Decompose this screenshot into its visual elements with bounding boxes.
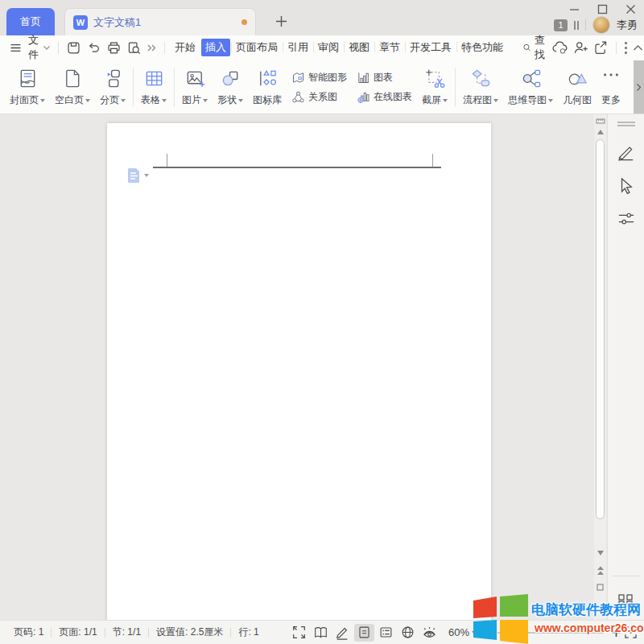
share-icon (593, 40, 609, 55)
mini-apps-button[interactable] (618, 594, 633, 607)
more-tools-label: 更多 (601, 93, 621, 107)
save-button[interactable] (64, 38, 84, 58)
icon-library-button[interactable]: 图标库 (248, 63, 287, 112)
message-count-badge[interactable]: 1 (554, 19, 568, 31)
share-button[interactable] (591, 38, 611, 57)
outline-view-button[interactable] (376, 624, 396, 642)
chart-button[interactable]: 图表 (357, 71, 412, 85)
online-chart-label: 在线图表 (374, 90, 412, 104)
flowchart-button[interactable]: 流程图 (458, 63, 503, 112)
screenshot-button[interactable]: 截屏 (417, 63, 452, 112)
close-button[interactable] (625, 3, 636, 14)
sidebar-handle[interactable] (617, 121, 636, 127)
relationship-diagram-button[interactable]: 关系图 (291, 90, 347, 104)
more-quick-actions-button[interactable] (144, 41, 159, 55)
fullscreen-button[interactable] (289, 624, 309, 642)
home-tab[interactable]: 首页 (6, 8, 55, 35)
doc-tab[interactable]: W 文字文稿1 (64, 8, 256, 35)
user-avatar[interactable] (592, 16, 610, 34)
tab-page-layout[interactable]: 页面布局 (232, 39, 282, 56)
page-view-button[interactable] (354, 624, 374, 642)
collapse-ribbon-button[interactable] (630, 42, 644, 54)
doc-tab-label: 文字文稿1 (93, 15, 237, 30)
status-line[interactable]: 行: 1 (231, 625, 266, 639)
status-pages[interactable]: 页面: 1/1 (52, 625, 104, 639)
print-preview-button[interactable] (124, 38, 144, 58)
cover-page-button[interactable]: 封面页 (5, 63, 50, 112)
tab-insert[interactable]: 插入 (201, 39, 230, 56)
maximize-button[interactable] (597, 3, 608, 14)
tab-view[interactable]: 视图 (345, 39, 374, 56)
find-button[interactable]: 查找 (522, 33, 549, 62)
statusbar: 页码: 1 页面: 1/1 节: 1/1 设置值: 2.5厘米 行: 1 60% (0, 620, 644, 644)
status-page-number[interactable]: 页码: 1 (6, 625, 51, 639)
search-icon (522, 41, 531, 54)
geometry-button[interactable]: 几何图 (558, 63, 597, 112)
global-menu-button[interactable] (6, 39, 25, 57)
tab-review[interactable]: 审阅 (314, 39, 343, 56)
user-name[interactable]: 李勇 (617, 18, 638, 32)
tab-references[interactable]: 引用 (283, 39, 312, 56)
select-browse-object-button[interactable] (594, 581, 606, 592)
document-page[interactable] (107, 123, 491, 620)
web-layout-button[interactable] (398, 624, 418, 642)
previous-page-button[interactable] (594, 565, 606, 576)
smart-graphics-button[interactable]: 智能图形 (291, 71, 347, 85)
zoom-in-button[interactable] (609, 625, 623, 640)
undo-button[interactable] (84, 38, 104, 58)
tab-special-features[interactable]: 特色功能 (457, 39, 507, 56)
ruler-toggle-button[interactable] (594, 115, 606, 126)
document-area[interactable] (0, 114, 644, 620)
shapes-button[interactable]: 形状 (213, 63, 248, 112)
zoom-slider[interactable] (497, 632, 604, 634)
minimize-button[interactable] (568, 3, 580, 14)
relationship-diagram-icon (291, 90, 305, 104)
cover-page-label: 封面页 (10, 93, 39, 107)
horizontal-rule[interactable] (153, 167, 441, 168)
zoom-out-button[interactable] (478, 625, 493, 640)
geometry-icon (567, 68, 588, 89)
picture-button[interactable]: 图片 (177, 63, 213, 112)
table-button[interactable]: 表格 (136, 63, 171, 112)
status-section[interactable]: 节: 1/1 (105, 625, 148, 639)
table-label: 表格 (141, 93, 160, 107)
cloud-sync-button[interactable] (549, 38, 571, 57)
titlebar: 首页 W 文字文稿1 1 李勇 (0, 0, 644, 35)
select-tool-button[interactable] (618, 177, 634, 195)
triangle-up-icon (597, 130, 604, 134)
pen-tool-button[interactable] (617, 143, 635, 161)
grid-squares-icon (618, 594, 633, 607)
preview-icon (126, 40, 142, 56)
dropdown-caret-icon (144, 174, 149, 177)
mindmap-button[interactable]: 思维导图 (503, 63, 558, 112)
invite-user-button[interactable] (571, 38, 591, 57)
file-menu-chevron[interactable] (40, 42, 53, 53)
zoom-level-button[interactable]: 60% (448, 626, 477, 638)
settings-sliders-button[interactable] (617, 211, 635, 227)
scrollbar-thumb[interactable] (596, 139, 605, 519)
ribbon-expand-strip[interactable] (634, 60, 644, 114)
chart-group: 图表 在线图表 (352, 63, 417, 112)
new-tab-button[interactable] (271, 11, 291, 31)
ink-mode-button[interactable] (332, 624, 353, 642)
read-mode-button[interactable] (311, 624, 331, 642)
eye-protection-button[interactable] (419, 624, 440, 642)
page-options-widget[interactable] (127, 167, 149, 184)
divider (455, 68, 456, 107)
tab-section[interactable]: 章节 (375, 39, 404, 56)
fit-page-button[interactable] (623, 625, 638, 640)
page-break-button[interactable]: 分页 (95, 63, 130, 112)
blank-page-button[interactable]: 空白页 (50, 63, 95, 112)
more-tools-button[interactable]: 更多 (597, 63, 625, 112)
message-bars-icon[interactable] (574, 21, 579, 30)
print-button[interactable] (104, 38, 124, 58)
status-setting-value[interactable]: 设置值: 2.5厘米 (149, 625, 230, 639)
online-chart-button[interactable]: 在线图表 (357, 90, 412, 104)
scroll-down-button[interactable] (594, 547, 606, 559)
file-menu[interactable]: 文件 (28, 33, 39, 62)
tab-home[interactable]: 开始 (171, 39, 200, 56)
more-options-button[interactable] (621, 39, 630, 57)
page-break-icon (102, 68, 124, 89)
scroll-up-button[interactable] (594, 126, 606, 138)
tab-developer-tools[interactable]: 开发工具 (406, 39, 456, 56)
